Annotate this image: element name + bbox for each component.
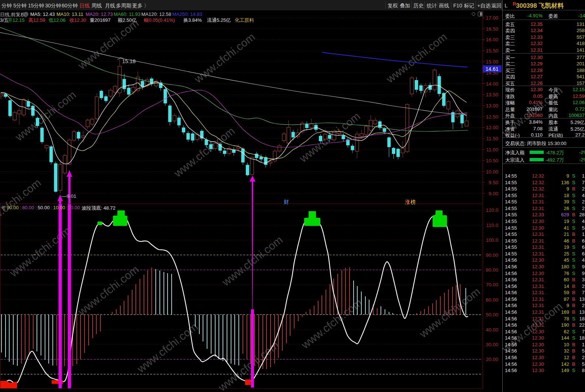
svg-text:—9.01: —9.01: [62, 193, 76, 199]
svg-text:13.00: 13.00: [486, 103, 498, 109]
svg-text:40.00: 40.00: [486, 327, 498, 333]
svg-text:涨: 涨: [405, 199, 410, 205]
svg-text:17.00: 17.00: [486, 15, 498, 21]
svg-text:30.00: 30.00: [486, 342, 498, 347]
svg-text:财: 财: [284, 199, 289, 205]
svg-text:10.50: 10.50: [486, 158, 498, 164]
svg-text:15.00: 15.00: [486, 59, 498, 65]
svg-text:www.cfchi.com: www.cfchi.com: [299, 296, 364, 351]
svg-text:www.cfchi.com: www.cfchi.com: [192, 31, 257, 86]
svg-text:110.0: 110.0: [486, 223, 498, 228]
svg-text:11.50: 11.50: [486, 136, 498, 141]
svg-text:14.61: 14.61: [485, 66, 498, 72]
svg-text:www.cfchi.com: www.cfchi.com: [75, 263, 141, 318]
svg-text:榜: 榜: [410, 199, 416, 205]
svg-text:14.00: 14.00: [486, 81, 498, 87]
svg-text:100.0: 100.0: [486, 237, 498, 243]
svg-text:9.00: 9.00: [489, 191, 498, 196]
svg-text:20.00: 20.00: [486, 357, 498, 362]
svg-text:10.00: 10.00: [486, 169, 498, 175]
svg-text:90.00: 90.00: [486, 252, 498, 258]
svg-text:70.00: 70.00: [486, 282, 498, 288]
svg-text:15.50: 15.50: [486, 48, 498, 54]
svg-text:11.00: 11.00: [486, 147, 498, 152]
svg-text:12.50: 12.50: [486, 114, 498, 120]
svg-text:16.50: 16.50: [486, 26, 498, 32]
svg-text:16.00: 16.00: [486, 37, 498, 42]
svg-text:www.cfchi.com: www.cfchi.com: [7, 224, 72, 279]
svg-text:www.cfchi.com: www.cfchi.com: [417, 285, 482, 340]
svg-text:9.50: 9.50: [489, 180, 498, 185]
svg-text:60.00: 60.00: [486, 297, 498, 303]
svg-text:15.18: 15.18: [122, 58, 135, 64]
svg-text:12.00: 12.00: [486, 125, 498, 130]
svg-text:120.0: 120.0: [486, 207, 498, 213]
svg-text:50.00: 50.00: [486, 312, 498, 317]
svg-text:13.50: 13.50: [486, 92, 498, 97]
svg-text:80.00: 80.00: [486, 267, 498, 273]
